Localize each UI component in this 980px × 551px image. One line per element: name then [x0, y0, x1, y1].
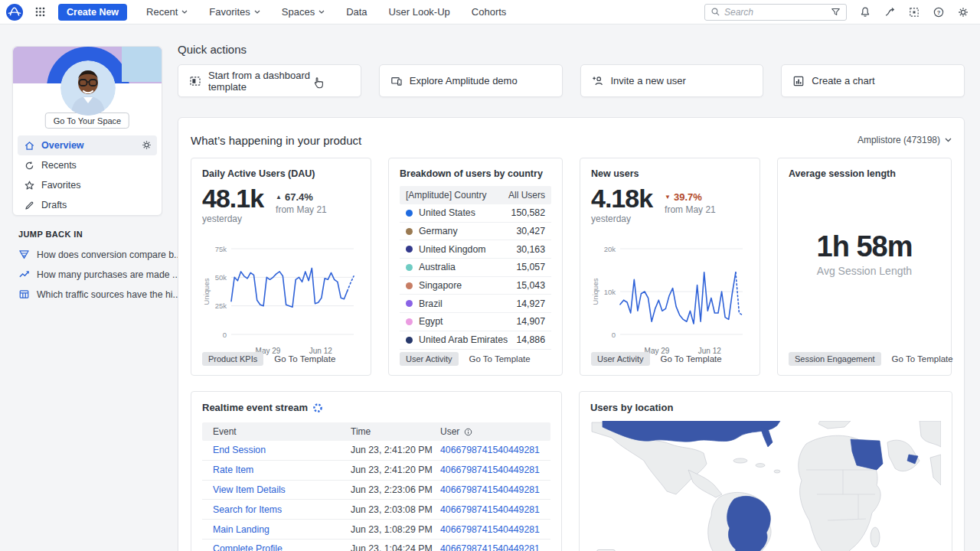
- svg-text:20k: 20k: [604, 245, 616, 253]
- event-user-link[interactable]: 4066798741540449281: [440, 465, 540, 475]
- avatar[interactable]: [60, 60, 116, 116]
- country-name: United Kingdom: [419, 244, 486, 255]
- delta-down-icon: ▼: [665, 194, 671, 201]
- sidebar-menu: Overview Recents: [18, 135, 157, 215]
- go-to-template-link[interactable]: Go To Template: [892, 354, 953, 364]
- chevron-down-icon: [254, 10, 260, 14]
- card-title: Breakdown of users by country: [400, 168, 551, 179]
- event-row: Search for ItemsJun 23, 2:03:08 PM406679…: [202, 500, 550, 520]
- quick-action-explore-demo[interactable]: Explore Amplitude demo: [379, 64, 563, 97]
- new-users-delta: ▼ 39.7%: [665, 191, 716, 203]
- search-input[interactable]: [724, 7, 827, 18]
- event-user-link[interactable]: 4066798741540449281: [440, 484, 540, 495]
- event-time: Jun 23, 2:23:06 PM: [351, 484, 440, 495]
- create-new-button[interactable]: Create New: [58, 4, 127, 21]
- quick-action-dashboard-template[interactable]: Start from a dashboard template: [178, 64, 361, 97]
- nav-spaces[interactable]: Spaces: [273, 0, 333, 24]
- jump-back-item-funnel[interactable]: How does conversion compare b...: [18, 249, 168, 260]
- apps-grid-icon[interactable]: [31, 3, 49, 21]
- event-table: Event Time User End SessionJun 23, 2:41:…: [202, 422, 550, 551]
- jump-back-in-title: JUMP BACK IN: [18, 230, 168, 239]
- nav-user-lookup[interactable]: User Look-Up: [381, 0, 459, 24]
- dashboard-template-icon: [189, 75, 201, 87]
- dau-value: 48.1k: [202, 184, 263, 212]
- card-tag-chip[interactable]: Product KPIs: [202, 352, 263, 366]
- nav-favorites[interactable]: Favorites: [201, 0, 268, 24]
- country-row: Egypt14,907: [400, 313, 551, 331]
- nav-data[interactable]: Data: [338, 0, 375, 24]
- event-row: View Item DetailsJun 23, 2:23:06 PM40667…: [202, 481, 550, 500]
- card-title: New users: [591, 168, 749, 179]
- event-link[interactable]: Main Landing: [213, 524, 351, 535]
- event-row: End SessionJun 23, 2:41:20 PM40667987415…: [202, 441, 550, 461]
- go-to-template-link[interactable]: Go To Template: [661, 354, 722, 364]
- chevron-down-icon: [181, 10, 188, 14]
- country-name: Australia: [419, 262, 456, 272]
- dau-line-chart: 75k50k25k0UniquesMay 29Jun 12: [202, 243, 360, 359]
- jump-back-item-line-chart[interactable]: How many purchases are made ...: [18, 269, 168, 280]
- quick-actions-title: Quick actions: [178, 43, 965, 56]
- settings-gear-icon[interactable]: [956, 5, 969, 18]
- nav-cohorts[interactable]: Cohorts: [463, 0, 515, 24]
- invite-user-icon: [592, 75, 604, 87]
- event-link[interactable]: Rate Item: [213, 465, 351, 475]
- country-row: United States150,582: [400, 204, 551, 223]
- card-title: Average session length: [789, 168, 940, 179]
- filter-funnel-icon[interactable]: [831, 7, 841, 17]
- card-tag-chip[interactable]: User Activity: [591, 352, 650, 366]
- country-row: Australia15,057: [400, 259, 551, 277]
- svg-text:?: ?: [936, 8, 940, 15]
- sidebar-item-overview[interactable]: Overview: [18, 135, 157, 155]
- sidebar-item-favorites[interactable]: Favorites: [18, 175, 157, 195]
- dau-card: Daily Active Users (DAU) 48.1k yesterday…: [191, 158, 371, 376]
- event-link[interactable]: Complete Profile: [213, 543, 351, 551]
- country-name: Brazil: [419, 298, 443, 309]
- users-by-location-card: Users by location: [579, 391, 952, 551]
- event-link[interactable]: View Item Details: [213, 484, 351, 495]
- country-value: 15,043: [516, 280, 545, 291]
- help-icon[interactable]: ?: [932, 5, 945, 18]
- country-table: [Amplitude] Country All Users United Sta…: [400, 186, 551, 350]
- notifications-bell-icon[interactable]: [858, 5, 871, 18]
- country-color-dot: [406, 246, 413, 253]
- event-link[interactable]: End Session: [213, 445, 351, 455]
- main-content: Quick actions Start from a dashboard tem…: [178, 43, 965, 551]
- event-user-link[interactable]: 4066798741540449281: [440, 504, 540, 515]
- info-icon[interactable]: [463, 427, 473, 437]
- world-map[interactable]: + −: [590, 421, 941, 551]
- card-tag-chip[interactable]: Session Engagement: [789, 352, 881, 366]
- sidebar-item-drafts[interactable]: Drafts: [18, 195, 157, 215]
- search-icon: [710, 7, 720, 17]
- quick-action-create-chart[interactable]: Create a chart: [781, 64, 965, 97]
- event-user-link[interactable]: 4066798741540449281: [440, 543, 540, 551]
- go-to-template-link[interactable]: Go To Template: [274, 354, 335, 364]
- journeys-path-icon[interactable]: [883, 5, 896, 18]
- top-navbar: Create New Recent Favorites Spaces Data …: [0, 0, 980, 24]
- session-length-card: Average session length 1h 58m Avg Sessio…: [777, 158, 952, 376]
- event-user-link[interactable]: 4066798741540449281: [440, 524, 540, 535]
- country-value: 14,907: [516, 316, 545, 327]
- chevron-down-icon: [318, 10, 325, 14]
- event-link[interactable]: Search for Items: [213, 504, 351, 515]
- realtime-title: Realtime event stream: [202, 402, 308, 413]
- sidebar-item-recents[interactable]: Recents: [18, 155, 157, 175]
- overview-settings-gear-icon[interactable]: [141, 139, 152, 151]
- amplitude-logo-icon[interactable]: [6, 4, 23, 21]
- jump-back-item-table[interactable]: Which traffic sources have the hi...: [18, 289, 168, 300]
- event-row: Main LandingJun 23, 1:08:29 PM4066798741…: [202, 520, 550, 540]
- select-region-icon[interactable]: [907, 5, 920, 18]
- card-tag-chip[interactable]: User Activity: [400, 352, 459, 366]
- panel-title: What’s happening in your product: [191, 134, 361, 147]
- quick-action-invite-user[interactable]: Invite a new user: [580, 64, 764, 97]
- country-value: 150,582: [511, 207, 545, 218]
- event-row: Rate ItemJun 23, 2:41:20 PM4066798741540…: [202, 461, 550, 481]
- country-row: Singapore15,043: [400, 277, 551, 295]
- app-selector-dropdown[interactable]: Amplistore (473198): [858, 135, 952, 145]
- event-user-link[interactable]: 4066798741540449281: [440, 445, 540, 455]
- go-to-template-link[interactable]: Go To Template: [469, 354, 531, 364]
- event-time: Jun 23, 2:03:08 PM: [351, 504, 440, 515]
- event-time: Jun 23, 1:04:24 PM: [351, 543, 440, 551]
- nav-recent[interactable]: Recent: [138, 0, 196, 24]
- country-color-dot: [406, 282, 413, 289]
- map-title: Users by location: [590, 402, 673, 413]
